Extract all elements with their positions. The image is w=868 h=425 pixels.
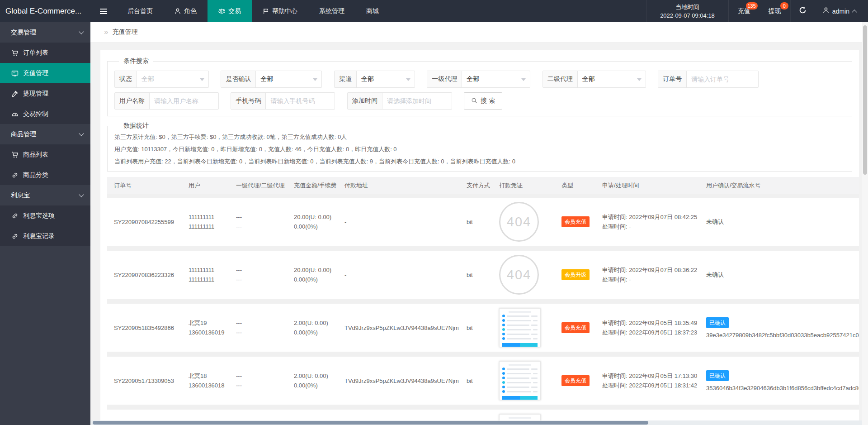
cell-confirm: 已确认 3536046b34f3e32904636db3b1f6d856cd3b… [706, 370, 859, 392]
col-header-user: 用户 [189, 181, 236, 190]
add-time-input[interactable] [382, 93, 452, 109]
cell-amount: 2.00(U: 0.00) 0.00(0%) [294, 371, 344, 390]
cell-method: bit [467, 219, 499, 225]
sidebar-group-product-management[interactable]: 商品管理 [0, 124, 90, 144]
nav-item-dashboard[interactable]: 后台首页 [117, 0, 164, 22]
vertical-scrollbar-thumb[interactable] [863, 25, 867, 175]
nav-item-trade[interactable]: 交易 [208, 0, 252, 22]
phone-input[interactable] [266, 93, 335, 109]
cell-order-no: SY2209051713309053 [114, 377, 189, 384]
apply-time: 申请时间: 2022年09月05日 18:35:49 [602, 318, 706, 328]
confirm-value: 全部 [260, 75, 273, 83]
user-icon [823, 7, 829, 15]
sidebar-item-product-category[interactable]: 商品分类 [0, 165, 90, 185]
nav-item-label: 交易 [228, 7, 241, 15]
gavel-icon [11, 90, 19, 97]
payment-receipt-thumbnail[interactable] [499, 361, 541, 400]
sidebar-group-trade-management[interactable]: 交易管理 [0, 22, 90, 43]
horizontal-scrollbar[interactable] [90, 420, 862, 425]
cart-icon [11, 49, 19, 57]
sidebar-item-order-list[interactable]: 订单列表 [0, 43, 90, 63]
cell-agents: --- --- [236, 318, 294, 337]
process-time: 处理时间: 2022年09月05日 18:31:42 [602, 381, 706, 390]
cell-agents: --- --- [236, 371, 294, 390]
table-header-row: 订单号 用户 一级代理/二级代理 充值金额/手续费 付款地址 支付方式 打款凭证… [107, 177, 859, 194]
nav-item-mall[interactable]: 商城 [355, 0, 390, 22]
sidebar-toggle-button[interactable] [90, 0, 117, 22]
channel-filter: 渠道 全部 [334, 71, 415, 88]
recharge-count-badge: 135 [746, 2, 758, 10]
nav-item-label: 角色 [184, 7, 197, 15]
agent1-select[interactable]: 全部 [462, 71, 530, 87]
sidebar-item-interest-records[interactable]: 利息宝记录 [0, 226, 90, 246]
sidebar-item-product-list[interactable]: 商品列表 [0, 144, 90, 165]
username-input[interactable] [150, 93, 218, 109]
sidebar-item-withdraw-management[interactable]: 提现管理 [0, 83, 90, 104]
search-icon [471, 97, 477, 105]
voucher-404-placeholder: 404 [499, 202, 539, 242]
process-time: 处理时间: - [602, 275, 706, 284]
stats-line-thirdparty: 第三方累计充值: $0，第三方手续费: $0，第三方成功收款: 0笔，第三方充值… [114, 131, 845, 143]
content-area: 条件搜索 状态 全部 是否确认 全部 [90, 43, 868, 425]
card-icon [11, 70, 19, 77]
link-icon [11, 172, 19, 179]
sidebar-group-label: 交易管理 [11, 29, 36, 37]
table-body: SY2209070842255599 111111111 111111111 -… [107, 194, 859, 425]
nav-item-system[interactable]: 系统管理 [308, 0, 355, 22]
confirmed-badge: 已确认 [706, 370, 729, 381]
stats-line-current-list: 当前列表用户充值: 22，当前列表今日新增充值: 0，当前列表昨日新增充值: 0… [114, 155, 845, 167]
breadcrumb-separator-icon: » [104, 28, 108, 37]
vertical-scrollbar[interactable] [862, 22, 868, 425]
link-icon [11, 212, 19, 220]
cell-address: TVd9Jrz9xsP5pZKLw3JV94438a9sUE7Njm [344, 377, 467, 384]
withdraw-count-badge: 0 [780, 2, 788, 10]
chevron-down-icon [200, 78, 204, 81]
refresh-icon [799, 6, 807, 16]
agent2: --- [236, 275, 294, 284]
sidebar-item-trade-control[interactable]: 交易控制 [0, 104, 90, 124]
horizontal-scrollbar-thumb[interactable] [93, 421, 648, 425]
gauge-icon [11, 110, 19, 118]
chevron-down-icon [637, 78, 642, 81]
cart-icon [11, 151, 19, 158]
confirm-select[interactable]: 全部 [256, 71, 321, 87]
cell-amount: 20.00(U: 0.00) 0.00(0%) [294, 265, 344, 284]
sidebar-item-label: 订单列表 [23, 49, 48, 57]
agent1-label: 一级代理 [427, 71, 462, 87]
cell-order-no: SY2209070842255599 [114, 219, 189, 225]
nav-item-roles[interactable]: 角色 [164, 0, 208, 22]
refresh-button[interactable] [790, 0, 815, 22]
status-label: 状态 [115, 71, 137, 87]
phone-filter: 手机号码 [231, 92, 335, 110]
chevron-up-icon [852, 10, 857, 14]
cell-confirm: 未确认 [706, 218, 859, 226]
sidebar-item-recharge-management[interactable]: 充值管理 [0, 63, 90, 83]
sidebar-group-interest-treasure[interactable]: 利息宝 [0, 185, 90, 205]
col-header-voucher: 打款凭证 [499, 181, 561, 190]
cell-time: 申请时间: 2022年09月07日 08:42:25 处理时间: - [602, 212, 706, 231]
channel-select[interactable]: 全部 [357, 71, 415, 87]
search-button[interactable]: 搜 索 [464, 92, 502, 110]
recharge-count-button[interactable]: 充值 135 [729, 0, 760, 22]
cell-agents: --- --- [236, 265, 294, 284]
payment-receipt-thumbnail[interactable] [499, 308, 541, 347]
status-select[interactable]: 全部 [137, 71, 208, 87]
amount: 20.00(U: 0.00) [294, 212, 344, 222]
add-time-filter: 添加时间 [347, 92, 452, 110]
process-time: 处理时间: 2022年09月05日 18:37:23 [602, 328, 706, 337]
topbar-right: 当地时间 2022-09-07 09:04:18 充值 135 提现 0 adm… [646, 0, 868, 22]
order-no-input[interactable] [687, 71, 758, 87]
fee: 0.00(0%) [294, 381, 344, 390]
nav-item-help-center[interactable]: 帮助中心 [252, 0, 308, 22]
agent2-select[interactable]: 全部 [578, 71, 646, 87]
link-icon [11, 233, 19, 240]
agent2: --- [236, 222, 294, 231]
user-menu[interactable]: admin [815, 0, 868, 22]
search-button-label: 搜 索 [481, 97, 495, 105]
cell-confirm: 未确认 [706, 271, 859, 279]
apply-time: 申请时间: 2022年09月05日 17:13:30 [602, 371, 706, 381]
filter-row-1: 状态 全部 是否确认 全部 渠道 [114, 66, 845, 88]
sidebar-item-interest-options[interactable]: 利息宝选项 [0, 205, 90, 226]
withdraw-count-button[interactable]: 提现 0 [760, 0, 790, 22]
chevron-down-icon [521, 78, 526, 81]
